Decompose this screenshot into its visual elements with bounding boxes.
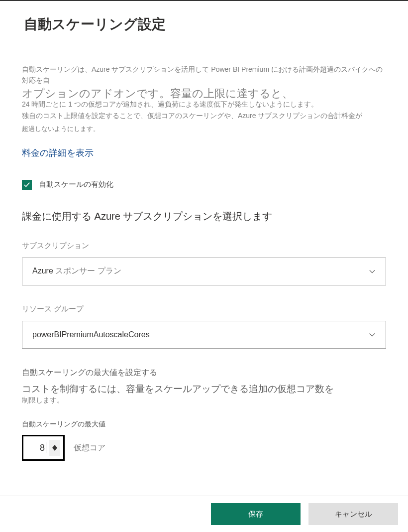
check-icon: [23, 181, 30, 188]
description-line4: 超過しないようにします。: [22, 123, 386, 134]
pricing-details-link[interactable]: 料金の詳細を表示: [22, 147, 386, 159]
save-button[interactable]: 保存: [211, 503, 301, 525]
dialog-content: 自動スケーリングは、Azure サブスクリプションを活用して Power BI …: [0, 44, 408, 471]
dialog-header: 自動スケーリング設定: [0, 1, 408, 44]
autoscale-max-unit: 仮想コア: [74, 443, 105, 453]
max-section-title: 自動スケーリングの最大値を設定する: [22, 368, 386, 378]
description-line2: 24 時間ごとに 1 つの仮想コアが追加され、過負荷による速度低下が発生しないよ…: [22, 99, 386, 110]
enable-autoscale-label: 自動スケールの有効化: [39, 180, 113, 189]
autoscale-max-value[interactable]: 8: [31, 442, 46, 453]
subscription-label: サブスクリプション: [22, 241, 386, 251]
page-title: 自動スケーリング設定: [24, 15, 384, 34]
max-section-small: 制限します。: [22, 396, 386, 405]
cancel-button[interactable]: キャンセル: [308, 503, 398, 525]
spinner-down-button[interactable]: [52, 448, 57, 451]
dialog-footer: 保存 キャンセル: [0, 496, 408, 532]
description-block: 自動スケーリングは、Azure サブスクリプションを活用して Power BI …: [22, 64, 386, 135]
description-line1: 自動スケーリングは、Azure サブスクリプションを活用して Power BI …: [22, 64, 386, 86]
autoscale-max-label: 自動スケーリングの最大値: [22, 420, 386, 429]
resource-group-select[interactable]: powerBIPremiumAutoscaleCores: [22, 321, 386, 349]
resource-group-label: リソース グループ: [22, 304, 386, 314]
spinner-buttons: [49, 440, 60, 456]
max-section-big: コストを制御するには、容量をスケールアップできる追加の仮想コア数を: [22, 382, 386, 397]
autoscale-max-row: 8 仮想コア: [22, 435, 386, 461]
chevron-down-icon: [369, 331, 376, 338]
enable-autoscale-row: 自動スケールの有効化: [22, 180, 386, 190]
resource-group-value: powerBIPremiumAutoscaleCores: [32, 330, 150, 339]
description-line3: 独自のコスト上限値を設定することで、仮想コアのスケーリングや、Azure サブス…: [22, 110, 386, 122]
enable-autoscale-checkbox[interactable]: [22, 180, 32, 190]
subscription-section-title: 課金に使用する Azure サブスクリプションを選択します: [22, 210, 386, 223]
subscription-select[interactable]: Azure スポンサー プラン: [22, 258, 386, 285]
chevron-down-icon: [369, 268, 376, 275]
subscription-value: Azure スポンサー プラン: [32, 266, 121, 276]
autoscale-max-spinner[interactable]: 8: [22, 435, 65, 461]
